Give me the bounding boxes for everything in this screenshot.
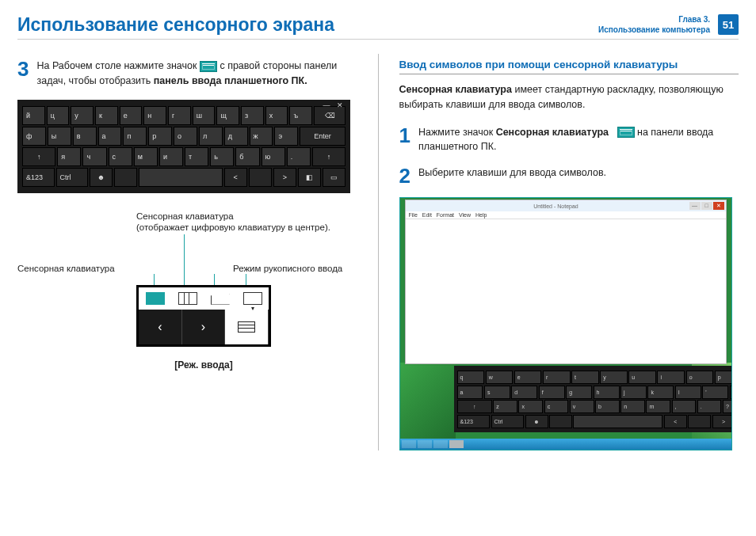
window-close-button[interactable]: ✕ xyxy=(713,202,724,210)
key[interactable]: i xyxy=(657,371,685,384)
key[interactable]: g xyxy=(566,386,592,399)
key[interactable] xyxy=(549,415,572,428)
key[interactable]: д xyxy=(224,127,248,146)
key[interactable]: ъ xyxy=(289,106,312,125)
taskbar-item[interactable] xyxy=(449,440,464,448)
key[interactable]: и xyxy=(159,147,183,166)
key[interactable]: x xyxy=(518,400,543,413)
mode-split-keyboard-icon[interactable] xyxy=(178,292,197,305)
key[interactable]: ▭ xyxy=(323,168,346,187)
key[interactable]: k xyxy=(647,386,674,399)
key[interactable]: a xyxy=(457,386,483,399)
key[interactable]: > xyxy=(273,168,296,187)
key[interactable]: н xyxy=(143,106,166,125)
menu-item[interactable]: Help xyxy=(475,212,487,218)
nav-keyboard-button[interactable] xyxy=(225,310,269,344)
key[interactable]: > xyxy=(712,415,732,428)
key[interactable]: ы xyxy=(48,127,71,146)
key[interactable]: е xyxy=(120,106,143,125)
key[interactable]: ☻ xyxy=(90,168,113,187)
key[interactable]: , xyxy=(672,400,697,413)
key[interactable]: с xyxy=(109,147,132,166)
key[interactable]: г xyxy=(168,106,191,125)
nav-next-button[interactable]: › xyxy=(182,310,226,344)
key[interactable]: ☻ xyxy=(525,415,548,428)
key[interactable] xyxy=(573,415,662,428)
key[interactable]: . xyxy=(697,400,722,413)
key[interactable]: v xyxy=(570,400,594,413)
taskbar-item[interactable] xyxy=(418,440,432,448)
key[interactable]: з xyxy=(241,106,264,125)
key[interactable]: б xyxy=(235,147,259,166)
key[interactable]: а xyxy=(98,127,122,146)
key[interactable]: w xyxy=(486,371,514,384)
key[interactable]: y xyxy=(600,371,628,384)
menu-item[interactable]: Edit xyxy=(422,212,432,218)
key[interactable]: b xyxy=(595,400,620,413)
key[interactable]: c xyxy=(544,400,569,413)
key[interactable]: в xyxy=(73,127,97,146)
key[interactable]: ◧ xyxy=(298,168,321,187)
key[interactable]: z xyxy=(493,400,517,413)
key[interactable]: f xyxy=(539,386,565,399)
key[interactable]: ш xyxy=(193,106,216,125)
key[interactable]: l xyxy=(675,386,701,399)
key[interactable]: o xyxy=(686,371,714,384)
menu-item[interactable]: View xyxy=(459,212,471,218)
key[interactable]: щ xyxy=(216,106,239,125)
key[interactable]: Enter xyxy=(300,127,346,146)
key[interactable]: я xyxy=(57,147,81,166)
key[interactable]: ж xyxy=(250,127,273,146)
key[interactable]: Ctrl xyxy=(56,168,89,187)
taskbar-item[interactable] xyxy=(433,440,448,448)
key[interactable]: р xyxy=(148,127,172,146)
key[interactable]: о xyxy=(174,127,197,146)
key[interactable]: ф xyxy=(22,127,46,146)
window-maximize-button[interactable]: □ xyxy=(701,202,712,210)
key[interactable]: q xyxy=(457,371,485,384)
key[interactable] xyxy=(688,415,711,428)
key[interactable]: h xyxy=(594,386,620,399)
menu-item[interactable]: File xyxy=(409,212,418,218)
key[interactable]: ↑ xyxy=(457,400,492,413)
key[interactable]: э xyxy=(274,127,298,146)
key[interactable] xyxy=(114,168,137,187)
mode-dock-icon[interactable] xyxy=(243,292,262,305)
key[interactable]: ↑ xyxy=(312,147,346,166)
key[interactable]: ц xyxy=(47,106,70,125)
key[interactable]: ю xyxy=(262,147,285,166)
menu-item[interactable]: Format xyxy=(437,212,454,218)
key[interactable]: к xyxy=(95,106,118,125)
key[interactable]: < xyxy=(224,168,247,187)
key[interactable]: t xyxy=(571,371,599,384)
key[interactable]: e xyxy=(514,371,542,384)
key[interactable]: п xyxy=(123,127,147,146)
key[interactable] xyxy=(249,168,272,187)
key[interactable]: ь xyxy=(210,147,234,166)
key[interactable]: й xyxy=(22,106,45,125)
key[interactable]: ↑ xyxy=(22,147,55,166)
key[interactable] xyxy=(139,168,222,187)
key[interactable]: ч xyxy=(82,147,106,166)
window-minimize-button[interactable]: — xyxy=(689,202,701,210)
mode-touch-keyboard-icon[interactable] xyxy=(146,292,165,305)
key[interactable]: &123 xyxy=(22,168,55,187)
key[interactable]: . xyxy=(287,147,311,166)
key[interactable]: у xyxy=(71,106,94,125)
key[interactable]: m xyxy=(646,400,670,413)
key[interactable]: ? xyxy=(723,400,732,413)
mode-handwriting-icon[interactable] xyxy=(211,292,230,305)
key[interactable]: &123 xyxy=(457,415,491,428)
key[interactable]: Enter xyxy=(730,386,732,399)
notepad-menu[interactable]: FileEditFormatViewHelp xyxy=(406,211,726,219)
key[interactable]: p xyxy=(715,371,732,384)
taskbar-item[interactable] xyxy=(402,440,416,448)
nav-prev-button[interactable]: ‹ xyxy=(139,310,182,344)
key[interactable]: d xyxy=(511,386,537,399)
key[interactable]: < xyxy=(664,415,687,428)
key[interactable]: м xyxy=(134,147,158,166)
key[interactable]: j xyxy=(620,386,647,399)
key[interactable]: л xyxy=(199,127,223,146)
key[interactable]: n xyxy=(620,400,645,413)
key[interactable]: Ctrl xyxy=(491,415,525,428)
